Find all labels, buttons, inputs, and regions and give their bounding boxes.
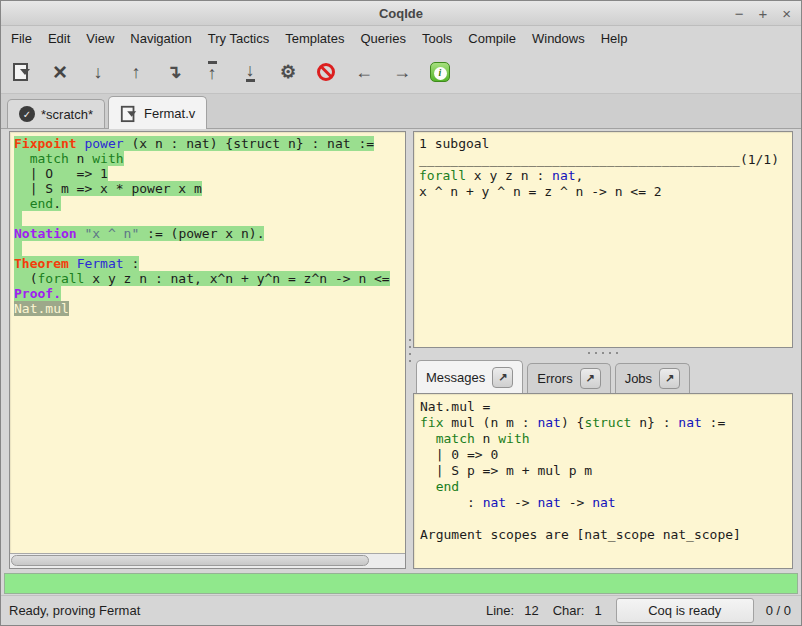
feedback-tab-bar: Messages↗Errors↗Jobs↗ (413, 358, 793, 393)
save-button[interactable] (7, 56, 37, 88)
window-controls: −+× (735, 6, 801, 21)
title-bar[interactable]: CoqIde −+× (1, 1, 801, 26)
menu-navigation[interactable]: Navigation (122, 28, 199, 49)
code-line: Argument scopes are [nat_scope nat_scope… (420, 527, 786, 543)
code-line: fix mul (n m : nat) {struct n} : nat := (420, 415, 786, 431)
code-line: | 0 => 0 (420, 447, 786, 463)
splitter-grip-dot (595, 352, 597, 354)
status-text: Ready, proving Fermat (9, 603, 140, 618)
main-area: Fixpoint power (x n : nat) {struct n} : … (1, 129, 801, 571)
splitter-grip-dot (616, 352, 618, 354)
task-counter: 0 / 0 (766, 603, 791, 618)
interrupt-button[interactable] (311, 56, 341, 88)
code-line: forall x y z n : nat, (419, 168, 787, 184)
tab-label: Fermat.v (144, 106, 195, 121)
messages-panel[interactable]: Nat.mul =fix mul (n m : nat) {struct n} … (413, 393, 793, 569)
detach-icon[interactable]: ↗ (492, 367, 513, 388)
maximize-button[interactable]: + (758, 6, 767, 21)
detach-icon[interactable]: ↗ (659, 368, 680, 389)
forward-one-button[interactable]: ↓ (83, 56, 113, 88)
close-buffer-button[interactable]: × (45, 56, 75, 88)
tab-label: *scratch* (41, 107, 93, 122)
horizontal-splitter[interactable] (413, 348, 793, 358)
splitter-grip-dot (409, 360, 411, 362)
code-line: match n with (14, 151, 405, 166)
script-editor-panel[interactable]: Fixpoint power (x n : nat) {struct n} : … (9, 131, 406, 569)
menu-compile[interactable]: Compile (460, 28, 524, 49)
status-right: Line: 12 Char: 1 Coq is ready 0 / 0 (486, 598, 791, 623)
code-line: : nat -> nat -> nat (420, 495, 786, 511)
menu-edit[interactable]: Edit (40, 28, 78, 49)
tab-label: Errors (537, 371, 572, 386)
progress-bar (4, 573, 798, 594)
code-line: (forall x y z n : nat, x^n + y^n = z^n -… (14, 271, 405, 286)
code-line: Nat.mul (14, 301, 405, 316)
scrollbar-thumb[interactable] (11, 555, 369, 566)
editor-horizontal-scrollbar[interactable] (10, 553, 405, 568)
up-arrow-icon: ↑ (132, 63, 141, 81)
feedback-notebook: Messages↗Errors↗Jobs↗ Nat.mul =fix mul (… (413, 358, 793, 569)
tab-jobs[interactable]: Jobs↗ (615, 363, 690, 393)
splitter-grip-dot (409, 353, 411, 355)
script-editor[interactable]: Fixpoint power (x n : nat) {struct n} : … (10, 132, 405, 553)
backward-one-button[interactable]: ↑ (121, 56, 151, 88)
tab-fermat-v[interactable]: Fermat.v (108, 96, 207, 129)
code-line (420, 511, 786, 527)
code-line: match n with (420, 431, 786, 447)
char-label: Char: (553, 603, 585, 618)
menu-file[interactable]: File (3, 28, 40, 49)
go-to-cursor-button[interactable]: ↴ (159, 56, 189, 88)
info-bubble-icon: i (430, 62, 450, 82)
vertical-splitter[interactable] (406, 131, 413, 569)
menu-view[interactable]: View (78, 28, 122, 49)
tab-label: Jobs (625, 371, 652, 386)
menu-bar: FileEditViewNavigationTry TacticsTemplat… (1, 26, 801, 50)
fully-check-button[interactable]: ⚙ (273, 56, 303, 88)
go-to-cursor-icon: ↴ (166, 63, 181, 81)
code-line: ________________________________________… (419, 152, 787, 168)
save-file-icon (121, 105, 137, 120)
splitter-grip-dot (609, 352, 611, 354)
menu-tools[interactable]: Tools (414, 28, 460, 49)
check-circle-icon: ✓ (19, 106, 35, 122)
restart-button[interactable]: ↑ (197, 56, 227, 88)
code-line: Theorem Fermat : (14, 256, 405, 271)
menu-queries[interactable]: Queries (352, 28, 414, 49)
splitter-grip-dot (409, 339, 411, 341)
menu-help[interactable]: Help (593, 28, 636, 49)
down-arrow-icon: ↓ (94, 63, 103, 81)
code-line: x ^ n + y ^ n = z ^ n -> n <= 2 (419, 184, 787, 200)
code-line (14, 241, 405, 256)
menu-templates[interactable]: Templates (277, 28, 352, 49)
code-line: Proof. (14, 286, 405, 301)
tab-errors[interactable]: Errors↗ (527, 363, 610, 393)
goals-panel[interactable]: 1 subgoal_______________________________… (413, 131, 793, 348)
close-button[interactable]: × (782, 6, 791, 21)
menu-try-tactics[interactable]: Try Tactics (200, 28, 277, 49)
next-button[interactable]: → (387, 56, 417, 88)
tab-messages[interactable]: Messages↗ (416, 360, 523, 394)
previous-button[interactable]: ← (349, 56, 379, 88)
up-arrow-bar-icon: ↑ (208, 61, 217, 82)
status-bar: Ready, proving Fermat Line: 12 Char: 1 C… (1, 595, 801, 625)
code-line: end (420, 479, 786, 495)
save-file-icon (13, 63, 31, 80)
minimize-button[interactable]: − (735, 6, 744, 21)
code-line: Notation "x ^ n" := (power x n). (14, 226, 405, 241)
tab-scratch[interactable]: ✓*scratch* (7, 99, 105, 128)
left-arrow-icon: ← (355, 63, 373, 81)
code-line: end. (14, 196, 405, 211)
right-arrow-icon: → (393, 63, 411, 81)
right-column: 1 subgoal_______________________________… (413, 131, 793, 569)
menu-windows[interactable]: Windows (524, 28, 593, 49)
line-label: Line: (486, 603, 514, 618)
interrupt-icon (317, 63, 335, 81)
detach-icon[interactable]: ↗ (580, 368, 601, 389)
coq-state-button[interactable]: Coq is ready (616, 598, 754, 623)
go-to-end-button[interactable]: ↓ (235, 56, 265, 88)
code-line: | S m => x * power x m (14, 181, 405, 196)
tab-label: Messages (426, 370, 485, 385)
char-value: 1 (594, 603, 601, 618)
splitter-grip-dot (409, 346, 411, 348)
about-button[interactable]: i (425, 56, 455, 88)
